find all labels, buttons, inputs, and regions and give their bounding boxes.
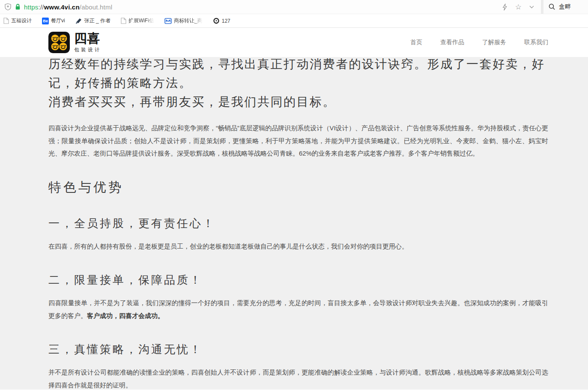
bookmarks-bar: 五福设计 Be 餐厅vi 张正 _ 作者 扩展WiFi信 (0, 14, 588, 28)
section-title-advantages: 特色与优势 (48, 179, 548, 196)
search-icon (549, 3, 555, 10)
site-header: 四喜 包装设计 首页 查看作品 了解服务 联系我们 (0, 28, 588, 57)
bookmark-label: 扩展WiFi信 (128, 17, 154, 24)
nav-item-home[interactable]: 首页 (410, 39, 422, 46)
logo-text: 四喜 包装设计 (74, 32, 101, 53)
browser-search-box[interactable]: 盒畔 (543, 0, 588, 14)
search-query-text: 盒畔 (559, 3, 571, 11)
feature-3-title: 三，真懂策略，沟通无忧！ (48, 342, 548, 357)
site-logo[interactable]: 四喜 包装设计 (48, 32, 101, 53)
hero-statement-1: 历经数年的持续学习与实践，寻找出真正打动消费者的设计诀窍。形成了一套好卖，好记，… (48, 57, 548, 93)
bookmark-label: 张正 _ 作者 (84, 17, 110, 24)
feature-1-body: 在四喜，所有的人都持有股份，是老板更是员工，创业的老板都知道老板做自己的事儿是什… (48, 240, 548, 253)
feature-3-text: 并不是所有设计公司都能准确的读懂企业的策略，四喜创始人并不设计师，而是策划师，更… (48, 369, 548, 389)
page-icon (3, 18, 9, 24)
shield-plus-icon[interactable] (4, 3, 12, 11)
hero-statement-2: 消费者买买买，再带朋友买，是我们共同的目标。 (48, 93, 548, 111)
bookmark-label: 五福设计 (11, 17, 32, 24)
feature-2-body: 四喜限量接单，并不是为了装逼，我们深深的懂得一个好的项目，需要充分的思考，充足的… (48, 297, 548, 322)
bookmark-127[interactable]: 127 (213, 18, 230, 24)
nav-item-portfolio[interactable]: 查看作品 (440, 39, 464, 46)
behance-icon: Be (42, 18, 49, 24)
bookmark-label: 127 (222, 18, 230, 24)
bookmark-label: 商标转让_商 (174, 17, 203, 24)
logo-title: 四喜 (74, 32, 101, 45)
url-separator: :// (39, 3, 44, 11)
flash-icon[interactable] (502, 3, 507, 11)
bookmark-trademark-transfer[interactable]: 商标转让_商 (164, 17, 203, 24)
main-nav: 首页 查看作品 了解服务 联系我们 (410, 39, 548, 46)
feature-3-body: 并不是所有设计公司都能准确的读懂企业的策略，四喜创始人并不设计师，而是策划师，更… (48, 366, 548, 390)
bookmark-star-icon[interactable]: ☆ (515, 3, 522, 11)
feature-1-title: 一，全员持股，更有责任心！ (48, 216, 548, 231)
address-field[interactable]: https://www.4vi.cn/about.html (0, 3, 495, 11)
company-intro-paragraph: 四喜设计为企业提供基于战略远见、品牌定位和竞争洞察，“畅销品”底层逻辑的品牌识别… (48, 122, 548, 160)
sixi-smileys-logo-icon (48, 32, 70, 53)
url-text[interactable]: https://www.4vi.cn/about.html (24, 3, 112, 11)
browser-address-bar: https://www.4vi.cn/about.html ☆ 盒畔 (0, 0, 588, 14)
feature-2-bold-text: 客户成功，四喜才会成功。 (87, 312, 164, 319)
pen-icon (75, 18, 82, 24)
feature-2-title: 二，限量接单，保障品质！ (48, 273, 548, 288)
nav-item-services[interactable]: 了解服务 (482, 39, 506, 46)
nav-item-contact[interactable]: 联系我们 (524, 39, 548, 46)
page-icon (121, 18, 126, 24)
url-host: www.4vi.cn (44, 3, 80, 11)
bookmark-label: 餐厅vi (51, 17, 65, 24)
browser-action-icons: ☆ (495, 3, 541, 11)
target-icon (213, 18, 220, 24)
chevron-down-icon[interactable] (529, 6, 534, 9)
bookmark-wifi-extend[interactable]: 扩展WiFi信 (121, 17, 154, 24)
url-scheme: https (24, 3, 39, 11)
feature-1-text: 在四喜，所有的人都持有股份，是老板更是员工，创业的老板都知道老板做自己的事儿是什… (48, 243, 408, 250)
bookmark-zhangzheng-author[interactable]: 张正 _ 作者 (75, 17, 110, 24)
logo-subtitle: 包装设计 (74, 47, 101, 53)
mail-icon (164, 18, 172, 24)
bookmark-wufu-design[interactable]: 五福设计 (3, 17, 32, 24)
bookmark-canting-vi[interactable]: Be 餐厅vi (42, 17, 65, 24)
about-page-content: 历经数年的持续学习与实践，寻找出真正打动消费者的设计诀窍。形成了一套好卖，好记，… (0, 57, 588, 390)
ssl-lock-icon[interactable] (15, 3, 21, 10)
url-path: /about.html (80, 3, 112, 11)
